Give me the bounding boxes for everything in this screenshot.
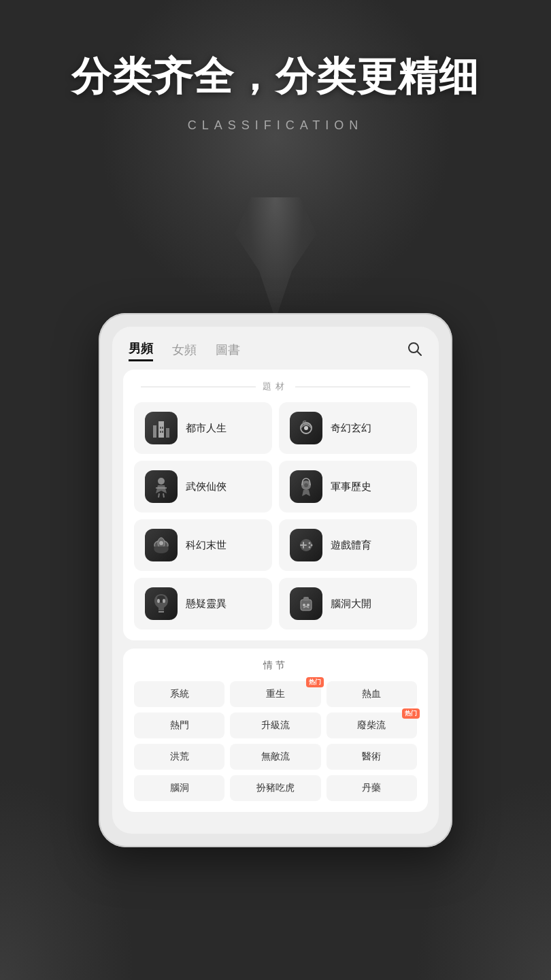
svg-rect-8 (162, 431, 163, 433)
tag-trash[interactable]: 热门 廢柴流 (327, 713, 417, 738)
svg-rect-5 (160, 427, 161, 429)
category-brain[interactable]: 腦洞大開 (279, 578, 417, 630)
brain-label: 腦洞大開 (331, 598, 371, 610)
game-label: 遊戲體育 (331, 539, 371, 552)
category-martial[interactable]: 武俠仙俠 (134, 461, 272, 512)
tag-medicine[interactable]: 醫術 (327, 744, 417, 770)
svg-line-1 (418, 351, 422, 355)
tag-system[interactable]: 系統 (134, 681, 224, 707)
svg-point-18 (309, 542, 311, 544)
search-icon[interactable] (407, 342, 422, 361)
subject-header: 題材 (134, 380, 417, 393)
hot-badge-trash: 热门 (402, 708, 420, 719)
tags-grid: 系統 热门 重生 熱血 熱門 升級流 热门 廢柴流 洪荒 無 (134, 681, 417, 801)
svg-point-10 (304, 426, 308, 430)
mystery-icon (145, 587, 178, 620)
category-scifi[interactable]: 科幻末世 (134, 519, 272, 571)
header-section: 分类齐全，分类更精细 CLASSIFICATION (0, 54, 551, 133)
bg-drip (235, 197, 316, 320)
category-urban[interactable]: 都市人生 (134, 402, 272, 454)
svg-rect-3 (158, 421, 164, 438)
svg-rect-23 (301, 600, 312, 610)
martial-label: 武俠仙俠 (186, 480, 227, 493)
svg-point-26 (307, 604, 310, 606)
phone-container: 男頻 女頻 圖書 題材 (99, 313, 452, 847)
svg-point-22 (163, 599, 165, 603)
plot-section: 情节 系統 热门 重生 熱血 熱門 升級流 热门 廢柴流 (123, 649, 428, 812)
martial-icon (145, 470, 178, 503)
military-icon (290, 470, 322, 503)
tag-pig[interactable]: 扮豬吃虎 (230, 775, 320, 801)
svg-rect-4 (166, 428, 169, 438)
svg-point-13 (304, 483, 308, 487)
tag-hotblood[interactable]: 熱血 (327, 681, 417, 707)
svg-point-20 (309, 546, 311, 549)
phone-frame: 男頻 女頻 圖書 題材 (99, 313, 452, 847)
scifi-label: 科幻末世 (186, 539, 227, 552)
svg-rect-2 (153, 425, 156, 438)
category-mystery[interactable]: 懸疑靈異 (134, 578, 272, 630)
category-military[interactable]: 軍事歷史 (279, 461, 417, 512)
mystery-label: 懸疑靈異 (186, 598, 227, 610)
phone-inner: 男頻 女頻 圖書 題材 (112, 327, 439, 834)
tag-alchemy[interactable]: 丹藥 (327, 775, 417, 801)
fantasy-icon (290, 412, 322, 444)
category-fantasy[interactable]: 奇幻玄幻 (279, 402, 417, 454)
urban-label: 都市人生 (186, 422, 227, 435)
military-label: 軍事歷史 (331, 480, 371, 493)
category-game[interactable]: 遊戲體育 (279, 519, 417, 571)
svg-point-21 (157, 599, 160, 603)
content-area: 題材 (112, 370, 439, 812)
tag-flood[interactable]: 洪荒 (134, 744, 224, 770)
scifi-icon (145, 529, 178, 561)
main-title: 分类齐全，分类更精细 (0, 54, 551, 98)
svg-point-16 (159, 541, 163, 545)
tag-brainstorm[interactable]: 腦洞 (134, 775, 224, 801)
svg-rect-6 (162, 427, 163, 429)
plot-header: 情节 (134, 659, 417, 672)
subject-section: 題材 (123, 370, 428, 640)
svg-rect-7 (160, 431, 161, 433)
tab-male[interactable]: 男頻 (129, 340, 153, 361)
svg-rect-24 (303, 597, 309, 601)
svg-point-19 (311, 544, 313, 546)
fantasy-label: 奇幻玄幻 (331, 422, 371, 435)
tag-reborn[interactable]: 热门 重生 (230, 681, 320, 707)
category-grid: 都市人生 奇 (134, 402, 417, 630)
svg-point-25 (303, 604, 305, 606)
tag-trending[interactable]: 熱門 (134, 713, 224, 738)
brain-icon (290, 587, 322, 620)
svg-point-11 (158, 478, 165, 485)
hot-badge-reborn: 热门 (306, 677, 324, 687)
sub-title: CLASSIFICATION (0, 118, 551, 133)
tag-upgrade[interactable]: 升級流 (230, 713, 320, 738)
tab-bar: 男頻 女頻 圖書 (112, 327, 439, 370)
game-icon (290, 529, 322, 561)
urban-icon (145, 412, 178, 444)
tab-female[interactable]: 女頻 (172, 342, 197, 361)
tag-invincible[interactable]: 無敵流 (230, 744, 320, 770)
tab-books[interactable]: 圖書 (216, 342, 240, 361)
